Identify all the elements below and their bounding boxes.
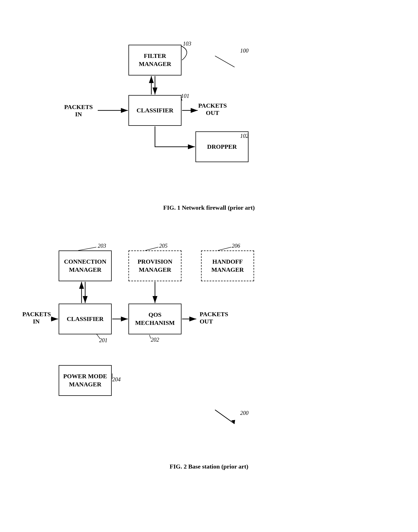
ref101-label: 101	[181, 93, 189, 99]
fig2-packets-out-line2: OUT	[200, 318, 228, 325]
fig2-diagram: CONNECTION MANAGER PROVISION MANAGER HAN…	[22, 228, 396, 457]
ref103-annotation: 103	[183, 41, 191, 47]
svg-line-19	[78, 247, 96, 250]
ref205-annotation: 205	[159, 243, 168, 249]
fig2-packets-out-line1: PACKETS	[200, 311, 228, 318]
connection-manager-box: CONNECTION MANAGER	[59, 250, 112, 281]
fig1-packets-out-line2: OUT	[198, 109, 227, 117]
ref202-label: 202	[151, 337, 159, 343]
fig1-packets-in-line1: PACKETS	[64, 103, 93, 111]
ref102-annotation: 102	[240, 133, 249, 139]
svg-marker-18	[231, 420, 235, 424]
ref200-annotation: 200	[240, 410, 249, 416]
handoff-manager-box: HANDOFF MANAGER	[201, 250, 254, 281]
fig1-packets-in-line2: IN	[64, 111, 93, 118]
ref203-annotation: 203	[98, 243, 106, 249]
provision-manager-box: PROVISION MANAGER	[128, 250, 181, 281]
fig1-packets-in: PACKETS IN	[64, 103, 93, 118]
fig1-caption: FIG. 1 Network firewall (prior art)	[22, 204, 396, 211]
ref100-annotation: 100	[240, 48, 249, 54]
svg-line-17	[215, 410, 235, 424]
fig1-packets-out: PACKETS OUT	[198, 102, 227, 117]
ref204-annotation: 204	[112, 376, 121, 383]
svg-line-21	[218, 247, 231, 250]
fig2-packets-out: PACKETS OUT	[200, 311, 228, 325]
svg-line-7	[215, 56, 235, 67]
fig2-packets-in-line2: IN	[22, 318, 50, 325]
fig1-title: FIG. 1 Network firewall (prior art)	[163, 204, 255, 211]
handoff-manager-label: HANDOFF MANAGER	[211, 258, 244, 274]
ref201-annotation: 201	[99, 337, 108, 344]
fig2-classifier-label: CLASSIFIER	[67, 315, 104, 323]
fig1-diagram: FILTER MANAGER CLASSIFIER DROPPER PACKET…	[22, 28, 396, 201]
ref205-label: 205	[159, 243, 168, 249]
fig2-classifier-box: CLASSIFIER	[59, 304, 112, 334]
qos-mechanism-box: QOS MECHANISM	[128, 304, 181, 334]
ref101-annotation: 101	[181, 93, 189, 99]
ref201-label: 201	[99, 337, 108, 343]
connection-manager-label: CONNECTION MANAGER	[64, 258, 106, 274]
filter-manager-label: FILTER MANAGER	[139, 52, 171, 68]
ref204-label: 204	[112, 376, 121, 382]
ref202-annotation: 202	[151, 337, 159, 343]
ref200-label: 200	[240, 410, 249, 416]
fig1-classifier-label: CLASSIFIER	[137, 107, 173, 115]
fig2-title: FIG. 2 Base station (prior art)	[170, 463, 249, 470]
provision-manager-label: PROVISION MANAGER	[138, 258, 173, 274]
ref102-label: 102	[240, 133, 249, 139]
fig2-packets-in-line1: PACKETS	[22, 311, 50, 318]
fig2-packets-in: PACKETS IN	[22, 311, 50, 325]
power-mode-manager-box: POWER MODE MANAGER	[59, 365, 112, 396]
ref103-label: 103	[183, 41, 191, 47]
page: FILTER MANAGER CLASSIFIER DROPPER PACKET…	[0, 0, 418, 532]
power-mode-manager-label: POWER MODE MANAGER	[63, 372, 107, 388]
svg-line-20	[145, 247, 158, 250]
ref206-annotation: 206	[232, 243, 240, 249]
ref206-label: 206	[232, 243, 240, 249]
fig1-classifier-box: CLASSIFIER	[128, 95, 181, 126]
fig2-caption: FIG. 2 Base station (prior art)	[22, 463, 396, 470]
fig1-packets-out-line1: PACKETS	[198, 102, 227, 109]
dropper-label: DROPPER	[207, 143, 237, 151]
ref203-label: 203	[98, 243, 106, 249]
filter-manager-box: FILTER MANAGER	[128, 45, 181, 75]
qos-mechanism-label: QOS MECHANISM	[135, 311, 175, 327]
ref100-label: 100	[240, 48, 249, 54]
